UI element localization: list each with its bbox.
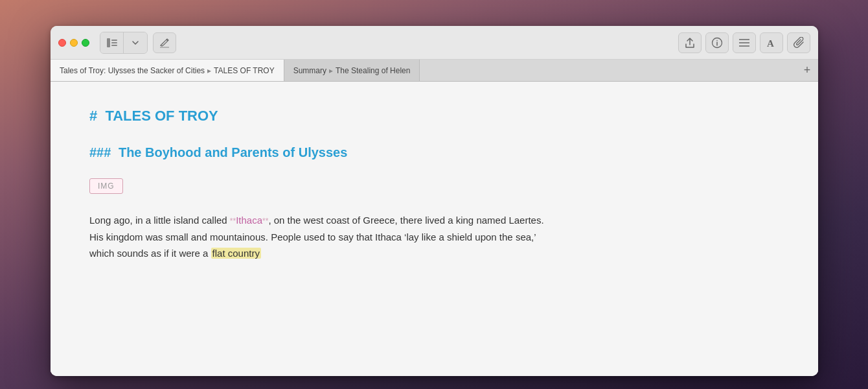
tabbar: Tales of Troy: Ulysses the Sacker of Cit…	[51, 60, 818, 82]
body-text-before: Long ago, in a little island called	[89, 215, 230, 226]
heading-1: # TALES OF TROY	[89, 108, 779, 124]
font-button[interactable]: A	[760, 32, 783, 53]
heading-1-text: TALES OF TROY	[105, 108, 218, 124]
svg-rect-2	[111, 42, 117, 43]
tab-1-arrow: ▸	[207, 66, 211, 75]
share-button[interactable]	[678, 32, 702, 53]
svg-rect-3	[111, 45, 117, 46]
tab-1[interactable]: Tales of Troy: Ulysses the Sacker of Cit…	[51, 60, 284, 81]
compose-button[interactable]	[153, 32, 176, 53]
heading-3: ### The Boyhood and Parents of Ulysses	[89, 145, 779, 160]
image-placeholder: IMG	[89, 178, 123, 194]
svg-point-7	[716, 40, 718, 41]
asterisk-open: **	[230, 217, 236, 226]
svg-rect-0	[107, 38, 110, 47]
highlight-yellow-text: flat country	[211, 248, 261, 259]
svg-text:A: A	[767, 38, 774, 49]
paperclip-icon	[794, 37, 804, 49]
asterisk-close: **	[262, 217, 268, 226]
info-icon	[711, 37, 723, 49]
close-button[interactable]	[58, 39, 66, 47]
sidebar-toggle-button[interactable]	[100, 32, 124, 53]
add-tab-button[interactable]: +	[796, 60, 818, 81]
content-area: # TALES OF TROY ### The Boyhood and Pare…	[51, 82, 818, 376]
list-button[interactable]	[733, 32, 756, 53]
chevron-down-icon	[132, 41, 139, 45]
titlebar: A	[51, 26, 818, 60]
maximize-button[interactable]	[82, 39, 89, 47]
heading-1-hash: #	[89, 108, 97, 124]
heading-3-text: The Boyhood and Parents of Ulysses	[119, 145, 347, 159]
tab-2[interactable]: Summary ▸ The Stealing of Helen	[284, 60, 420, 81]
paperclip-button[interactable]	[787, 32, 810, 53]
minimize-button[interactable]	[70, 39, 78, 47]
heading-3-hash: ###	[89, 145, 111, 159]
sidebar-chevron-button[interactable]	[124, 32, 147, 53]
editor-area[interactable]: # TALES OF TROY ### The Boyhood and Pare…	[51, 82, 818, 376]
share-icon	[685, 37, 695, 49]
sidebar-toggle-group	[100, 32, 148, 54]
list-icon	[739, 38, 749, 47]
info-button[interactable]	[705, 32, 729, 53]
tab-1-breadcrumb-end: TALES OF TROY	[214, 66, 275, 75]
tab-2-arrow: ▸	[329, 66, 333, 75]
toolbar-right: A	[678, 32, 810, 53]
tab-2-breadcrumb-end: The Stealing of Helen	[336, 66, 410, 75]
compose-icon	[159, 38, 170, 48]
svg-rect-1	[111, 40, 117, 41]
traffic-lights	[58, 39, 89, 47]
app-window: A Tales of Troy: Ulysses the Sacker of C…	[51, 26, 818, 376]
body-paragraph: Long ago, in a little island called **It…	[89, 212, 556, 262]
tab-1-breadcrumb-start: Tales of Troy: Ulysses the Sacker of Cit…	[60, 66, 205, 75]
font-icon: A	[766, 37, 777, 49]
sidebar-icon	[107, 38, 117, 47]
tab-2-breadcrumb-start: Summary	[293, 66, 326, 75]
highlight-word: Ithaca	[236, 215, 262, 226]
